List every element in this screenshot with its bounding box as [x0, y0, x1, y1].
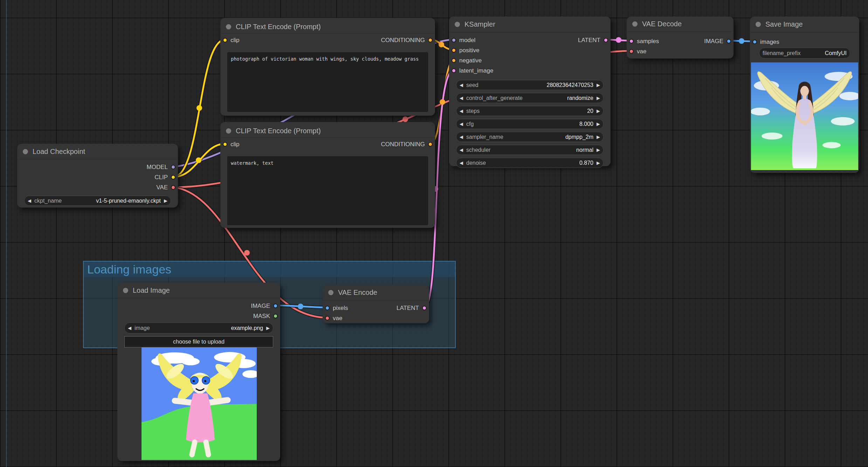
prompt-textarea[interactable]: watermark, text: [227, 156, 428, 225]
widget-increment-icon[interactable]: ▶: [597, 96, 600, 100]
latent-image-input-port[interactable]: [452, 68, 456, 73]
widget-label: scheduler: [466, 147, 490, 153]
link-dot-vae-decode[interactable]: [402, 116, 408, 122]
port-label: VAE: [156, 184, 168, 191]
widget-sampler-name[interactable]: ◀ sampler_name dpmpp_2m ▶: [456, 132, 604, 142]
widget-label: ckpt_name: [34, 198, 62, 204]
node-clip-text-encode-positive[interactable]: CLIP Text Encode (Prompt) clip CONDITION…: [220, 18, 435, 116]
widget-decrement-icon[interactable]: ◀: [128, 326, 131, 330]
node-status-dot: [756, 22, 761, 27]
port-label: negative: [459, 57, 482, 64]
link-dot-vae-encode[interactable]: [244, 250, 250, 256]
negative-input-port[interactable]: [452, 58, 456, 63]
node-title: KSampler: [464, 20, 495, 28]
conditioning-output-port[interactable]: [428, 38, 433, 42]
widget-increment-icon[interactable]: ▶: [597, 109, 600, 113]
link-dot-clip-positive[interactable]: [197, 105, 202, 111]
node-clip-text-encode-negative[interactable]: CLIP Text Encode (Prompt) clip CONDITION…: [220, 122, 435, 228]
samples-input-port[interactable]: [629, 39, 634, 43]
node-status-dot: [23, 149, 28, 154]
mask-output-port[interactable]: [273, 314, 278, 318]
link-dot-image-pixels[interactable]: [298, 304, 303, 309]
widget-decrement-icon[interactable]: ◀: [460, 122, 463, 126]
widget-decrement-icon[interactable]: ◀: [460, 161, 463, 165]
clip-input-port[interactable]: [223, 38, 227, 42]
node-vae-encode[interactable]: VAE Encode pixels LATENT vae: [323, 285, 429, 323]
widget-label: control_after_generate: [466, 95, 523, 101]
link-dot-cond-negative[interactable]: [440, 99, 445, 105]
widget-value: dpmpp_2m: [565, 134, 593, 140]
clip-output-port[interactable]: [171, 175, 175, 180]
widget-steps[interactable]: ◀ steps 20 ▶: [456, 106, 604, 116]
widget-cfg[interactable]: ◀ cfg 8.000 ▶: [456, 119, 604, 129]
widget-ckpt-name[interactable]: ◀ ckpt_name v1-5-pruned-emaonly.ckpt ▶: [24, 196, 171, 206]
port-label: CONDITIONING: [381, 37, 425, 44]
port-label: vae: [333, 315, 342, 322]
vae-input-port[interactable]: [629, 49, 634, 54]
model-output-port[interactable]: [171, 165, 175, 169]
pixels-input-port[interactable]: [325, 306, 330, 310]
node-load-checkpoint[interactable]: Load Checkpoint MODEL CLIP VAE ◀ ckpt_na…: [17, 144, 178, 208]
widget-image[interactable]: ◀ image example.png ▶: [124, 323, 273, 333]
widget-decrement-icon[interactable]: ◀: [460, 96, 463, 100]
node-title: Load Image: [133, 286, 170, 295]
node-load-image[interactable]: Load Image IMAGE MASK ◀ image example.pn…: [117, 283, 280, 461]
widget-value: normal: [576, 147, 593, 153]
node-title: Save Image: [765, 20, 803, 28]
port-label: LATENT: [397, 305, 419, 312]
widget-increment-icon[interactable]: ▶: [597, 148, 600, 152]
widget-decrement-icon[interactable]: ◀: [460, 83, 463, 87]
port-label: vae: [637, 48, 646, 55]
latent-output-port[interactable]: [422, 306, 427, 310]
port-label: MASK: [253, 313, 270, 320]
widget-control-after-generate[interactable]: ◀ control_after_generate randomize ▶: [456, 93, 604, 103]
widget-seed[interactable]: ◀ seed 280823642470253 ▶: [456, 80, 604, 90]
widget-increment-icon[interactable]: ▶: [266, 326, 270, 330]
model-input-port[interactable]: [452, 38, 456, 42]
port-label: CONDITIONING: [381, 141, 425, 148]
widget-increment-icon[interactable]: ▶: [597, 122, 600, 126]
widget-increment-icon[interactable]: ▶: [164, 198, 167, 203]
widget-increment-icon[interactable]: ▶: [597, 161, 600, 165]
image-output-port[interactable]: [273, 304, 278, 308]
widget-decrement-icon[interactable]: ◀: [460, 148, 463, 152]
widget-increment-icon[interactable]: ▶: [597, 135, 600, 139]
node-graph-canvas[interactable]: Loading images: [0, 0, 868, 467]
widget-denoise[interactable]: ◀ denoise 0.870 ▶: [456, 158, 604, 168]
images-input-port[interactable]: [752, 40, 757, 44]
choose-file-button[interactable]: choose file to upload: [124, 336, 273, 347]
widget-scheduler[interactable]: ◀ scheduler normal ▶: [456, 145, 604, 155]
node-save-image[interactable]: Save Image images filename_prefix ComfyU…: [750, 16, 859, 173]
port-label: MODEL: [147, 164, 168, 171]
link-dot-cond-positive[interactable]: [439, 42, 444, 47]
widget-decrement-icon[interactable]: ◀: [460, 135, 463, 139]
widget-label: filename_prefix: [763, 50, 801, 56]
widget-label: image: [135, 325, 150, 331]
widget-value: randomize: [567, 95, 593, 101]
port-label: CLIP: [154, 174, 168, 181]
widget-value: 20: [587, 108, 593, 114]
generated-image-preview: [751, 62, 858, 170]
widget-decrement-icon[interactable]: ◀: [460, 109, 463, 113]
positive-input-port[interactable]: [452, 48, 456, 53]
image-output-port[interactable]: [726, 39, 731, 43]
widget-increment-icon[interactable]: ▶: [597, 83, 600, 87]
node-status-dot: [455, 22, 460, 27]
widget-label: denoise: [466, 160, 486, 166]
prompt-textarea[interactable]: photograph of victorian woman with wings…: [227, 52, 428, 112]
conditioning-output-port[interactable]: [428, 142, 433, 147]
vae-input-port[interactable]: [325, 316, 330, 320]
node-vae-decode[interactable]: VAE Decode samples IMAGE vae: [627, 16, 733, 59]
node-ksampler[interactable]: KSampler model LATENT positive negative …: [449, 16, 611, 166]
port-label: IMAGE: [704, 38, 723, 45]
widget-value: 8.000: [579, 121, 593, 127]
widget-decrement-icon[interactable]: ◀: [28, 198, 31, 203]
widget-filename-prefix[interactable]: filename_prefix ComfyUI: [759, 48, 850, 59]
latent-output-port[interactable]: [604, 38, 608, 42]
link-dot-image-save[interactable]: [739, 38, 744, 44]
clip-input-port[interactable]: [223, 142, 227, 147]
link-dot-latent-samples[interactable]: [616, 37, 621, 43]
port-label: samples: [637, 38, 659, 45]
vae-output-port[interactable]: [171, 185, 175, 190]
link-dot-clip-negative[interactable]: [196, 157, 201, 163]
